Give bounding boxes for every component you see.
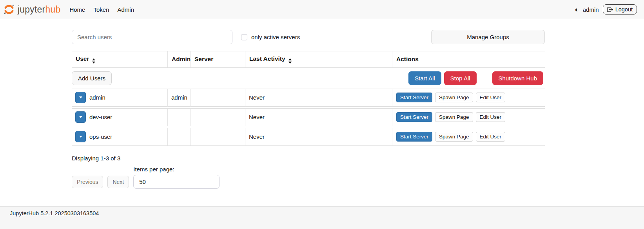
version-label: JupyterHub 5.2.1 20250303163504 — [10, 210, 99, 216]
admin-cell: admin — [167, 89, 190, 107]
jupyter-icon — [3, 4, 15, 15]
table-row: dev-user Never Start Server Spawn Page E… — [72, 108, 545, 126]
last-activity-cell: Never — [245, 128, 392, 146]
manage-groups-button[interactable]: Manage Groups — [431, 30, 545, 44]
caret-down-icon — [79, 116, 82, 118]
next-page-button[interactable]: Next — [107, 176, 129, 188]
admin-panel: only active servers Manage Groups User A… — [0, 19, 545, 189]
user-dropdown-button[interactable] — [75, 131, 86, 142]
bulk-actions-row: Add Users Start All Stop All Shutdown Hu… — [72, 69, 545, 87]
items-per-page-input[interactable] — [133, 175, 220, 189]
nav-link-home[interactable]: Home — [69, 5, 86, 15]
start-server-button[interactable]: Start Server — [396, 112, 432, 122]
nav-links: Home Token Admin — [69, 5, 135, 15]
start-all-button[interactable]: Start All — [408, 71, 441, 85]
shutdown-hub-button[interactable]: Shutdown Hub — [492, 71, 543, 85]
spawn-page-button[interactable]: Spawn Page — [435, 112, 473, 122]
server-cell — [190, 108, 245, 126]
admin-cell — [167, 128, 190, 146]
brand-text: jupyterhub — [18, 4, 60, 15]
add-users-button[interactable]: Add Users — [72, 71, 112, 85]
caret-down-icon — [79, 96, 82, 98]
only-active-servers-checkbox[interactable] — [241, 34, 247, 40]
current-user-label: admin — [583, 6, 599, 13]
toolbar: only active servers Manage Groups — [72, 30, 545, 44]
user-dropdown-button[interactable] — [75, 111, 86, 123]
username-label: ops-user — [89, 133, 112, 140]
user-dropdown-button[interactable] — [75, 92, 86, 103]
spawn-page-button[interactable]: Spawn Page — [435, 93, 473, 102]
jupyterhub-logo[interactable]: jupyterhub — [3, 4, 60, 15]
last-activity-cell: Never — [245, 108, 392, 126]
column-header-last-activity[interactable]: Last Activity — [245, 51, 392, 68]
edit-user-button[interactable]: Edit User — [476, 93, 506, 102]
logout-button[interactable]: Logout — [603, 4, 637, 15]
caret-down-icon — [79, 136, 82, 138]
logout-icon — [607, 7, 613, 13]
logout-label: Logout — [615, 6, 633, 13]
navbar-right: ◐ admin Logout — [575, 4, 637, 15]
column-header-admin: Admin — [167, 51, 190, 68]
sort-icon — [92, 58, 95, 64]
username-label: admin — [89, 94, 105, 101]
admin-cell — [167, 108, 190, 126]
server-cell — [190, 89, 245, 107]
previous-page-button[interactable]: Previous — [72, 176, 103, 188]
username-label: dev-user — [89, 114, 112, 120]
start-server-button[interactable]: Start Server — [396, 93, 432, 102]
search-input[interactable] — [72, 30, 232, 44]
pagination-summary: Displaying 1-3 of 3 — [72, 155, 545, 162]
pagination-controls: Previous Next Items per page: — [72, 166, 545, 189]
nav-link-admin[interactable]: Admin — [116, 5, 135, 15]
column-header-user[interactable]: User — [72, 51, 167, 68]
spawn-page-button[interactable]: Spawn Page — [435, 132, 473, 142]
items-per-page-label: Items per page: — [133, 166, 220, 173]
edit-user-button[interactable]: Edit User — [476, 132, 506, 142]
navbar: jupyterhub Home Token Admin ◐ admin Logo… — [0, 0, 644, 19]
only-active-servers-label: only active servers — [251, 34, 300, 40]
column-header-actions: Actions — [392, 51, 545, 68]
active-servers-filter: only active servers — [241, 34, 300, 40]
sort-icon — [288, 58, 292, 64]
footer: JupyterHub 5.2.1 20250303163504 — [0, 206, 644, 229]
theme-toggle-icon[interactable]: ◐ — [575, 6, 579, 13]
table-row: admin admin Never Start Server Spawn Pag… — [72, 89, 545, 107]
server-cell — [190, 128, 245, 146]
users-table: User Admin Server Last Activity Actions … — [72, 49, 545, 147]
column-header-server: Server — [190, 51, 245, 68]
last-activity-cell: Never — [245, 89, 392, 107]
start-server-button[interactable]: Start Server — [396, 132, 432, 142]
bulk-actions-right: Start All Stop All Shutdown Hub — [408, 71, 543, 85]
edit-user-button[interactable]: Edit User — [476, 112, 506, 122]
table-row: ops-user Never Start Server Spawn Page E… — [72, 128, 545, 146]
stop-all-button[interactable]: Stop All — [444, 71, 477, 85]
nav-link-token[interactable]: Token — [93, 5, 110, 15]
table-header-row: User Admin Server Last Activity Actions — [72, 51, 545, 68]
